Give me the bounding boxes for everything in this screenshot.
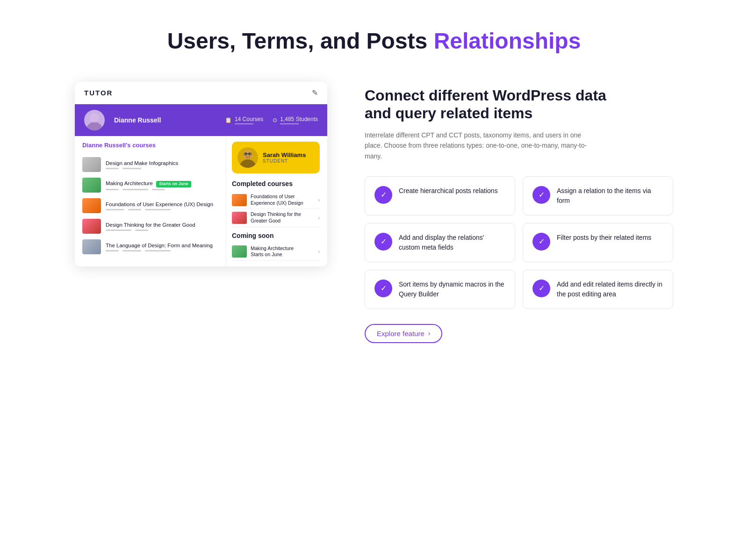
course-bars (106, 250, 222, 251)
left-courses: Dianne Russell's courses Design and Make… (82, 136, 226, 266)
mini-course-item: Foundations of User Experience (UX) Desi… (232, 191, 320, 209)
course-info: Design and Make Infographics (106, 160, 222, 170)
mini-course-left: Design Thinking for the Greater Good (232, 211, 307, 224)
tutor-header: TUTOR ✎ (75, 82, 327, 104)
courses-title: Dianne Russell's courses (82, 142, 222, 149)
progress-bar (106, 189, 119, 190)
course-info: Design Thinking for the Greater Good (106, 222, 222, 231)
coming-soon-label: Coming soon (232, 232, 320, 239)
svg-point-5 (249, 153, 251, 155)
feature-card: ✓ Filter posts by their related items (523, 223, 673, 262)
svg-point-2 (239, 159, 256, 168)
course-info: The Language of Design: Form and Meaning (106, 242, 222, 252)
progress-bar (122, 250, 141, 251)
courses-section: Dianne Russell's courses Design and Make… (75, 136, 327, 266)
check-icon: ✓ (532, 280, 550, 297)
feature-text: Filter posts by their related items (557, 233, 651, 243)
svg-point-0 (86, 122, 103, 130)
student-avatar (237, 147, 258, 168)
feature-text: Create hierarchical posts relations (399, 186, 498, 196)
mini-thumb (232, 245, 247, 258)
completed-label: Completed courses (232, 180, 320, 187)
course-item: Foundations of User Experience (UX) Desi… (82, 195, 222, 216)
check-icon: ✓ (374, 233, 392, 251)
mini-course-name: Design Thinking for the Greater Good (251, 211, 307, 224)
course-bars (106, 189, 222, 190)
progress-bar (106, 250, 119, 251)
course-name: Foundations of User Experience (UX) Desi… (106, 201, 222, 208)
edit-icon[interactable]: ✎ (312, 88, 318, 97)
mini-course-item: Design Thinking for the Greater Good › (232, 209, 320, 227)
instructor-stats: 📋 14 Courses ⊙ 1,485 Students (225, 116, 318, 124)
instructor-bar: Dianne Russell 📋 14 Courses ⊙ 1,485 Stud… (75, 104, 327, 136)
feature-card: ✓ Sort items by dynamic macros in the Qu… (365, 270, 515, 309)
instructor-name: Dianne Russell (114, 116, 216, 124)
progress-bar (106, 230, 131, 231)
chevron-right-icon: › (428, 330, 431, 337)
feature-text: Add and display the relations' custom me… (399, 233, 505, 252)
course-thumb (82, 239, 101, 254)
svg-point-4 (245, 153, 247, 155)
mini-thumb (232, 212, 247, 224)
feature-card: ✓ Add and edit related items directly in… (523, 270, 673, 309)
feature-card: ✓ Create hierarchical posts relations (365, 176, 515, 215)
progress-bar (145, 250, 171, 251)
chevron-right-icon: › (318, 248, 320, 255)
student-name: Sarah Williams (263, 151, 306, 158)
student-info: Sarah Williams STUDENT (263, 151, 306, 164)
feature-card: ✓ Add and display the relations' custom … (365, 223, 515, 262)
course-thumb (82, 178, 101, 193)
progress-bar (106, 209, 124, 210)
mockup-card: TUTOR ✎ Dianne Russell 📋 14 Courses (75, 82, 327, 266)
instructor-avatar (84, 110, 105, 130)
svg-rect-6 (245, 157, 250, 158)
progress-bar (122, 168, 141, 169)
course-thumb (82, 157, 101, 172)
mini-course-left: Making Architecture Starts on June (232, 245, 307, 258)
chevron-right-icon: › (318, 197, 320, 203)
course-item: Design and Make Infographics (82, 154, 222, 175)
svg-point-1 (90, 113, 99, 122)
check-icon: ✓ (532, 233, 550, 251)
feature-text: Add and edit related items directly in t… (557, 280, 663, 299)
course-bars (106, 209, 222, 210)
course-thumb (82, 219, 101, 234)
check-icon: ✓ (532, 186, 550, 204)
progress-bar (128, 209, 141, 210)
chevron-right-icon: › (318, 215, 320, 221)
course-info: Making Architecture Starts on June (106, 180, 222, 190)
main-content: TUTOR ✎ Dianne Russell 📋 14 Courses (75, 82, 673, 343)
progress-bar (135, 230, 148, 231)
progress-bar (106, 168, 119, 169)
feature-heading: Connect different WordPress data and que… (365, 86, 673, 122)
feature-description: Interrelate different CPT and CCT posts,… (365, 130, 589, 161)
course-name: Design and Make Infographics (106, 160, 222, 167)
student-role: STUDENT (263, 158, 306, 164)
progress-bar (152, 189, 165, 190)
page-title: Users, Terms, and Posts Relationships (167, 28, 581, 54)
page-header: Users, Terms, and Posts Relationships (167, 28, 581, 54)
courses-stat: 📋 14 Courses (225, 116, 263, 124)
mini-course-item: Making Architecture Starts on June › (232, 243, 320, 261)
feature-grid: ✓ Create hierarchical posts relations ✓ … (365, 176, 673, 309)
mini-course-left: Foundations of User Experience (UX) Desi… (232, 194, 307, 206)
course-name: The Language of Design: Form and Meaning (106, 242, 222, 249)
course-name: Design Thinking for the Greater Good (106, 222, 222, 229)
course-name: Making Architecture Starts on June (106, 180, 222, 187)
progress-bar (145, 209, 171, 210)
course-info: Foundations of User Experience (UX) Desi… (106, 201, 222, 211)
tutor-logo: TUTOR (84, 89, 113, 97)
feature-text: Assign a relation to the items via form (557, 186, 663, 206)
right-panel: Connect different WordPress data and que… (365, 82, 673, 343)
right-courses: Sarah Williams STUDENT Completed courses… (226, 136, 320, 266)
feature-card: ✓ Assign a relation to the items via for… (523, 176, 673, 215)
left-panel: TUTOR ✎ Dianne Russell 📋 14 Courses (75, 82, 337, 266)
explore-feature-button[interactable]: Explore feature › (365, 324, 442, 343)
student-card: Sarah Williams STUDENT (232, 142, 320, 173)
course-item: The Language of Design: Form and Meaning (82, 237, 222, 257)
progress-bar (122, 189, 148, 190)
students-stat: ⊙ 1,485 Students (273, 116, 318, 124)
check-icon: ✓ (374, 186, 392, 204)
course-bars (106, 230, 222, 231)
feature-text: Sort items by dynamic macros in the Quer… (399, 280, 505, 299)
